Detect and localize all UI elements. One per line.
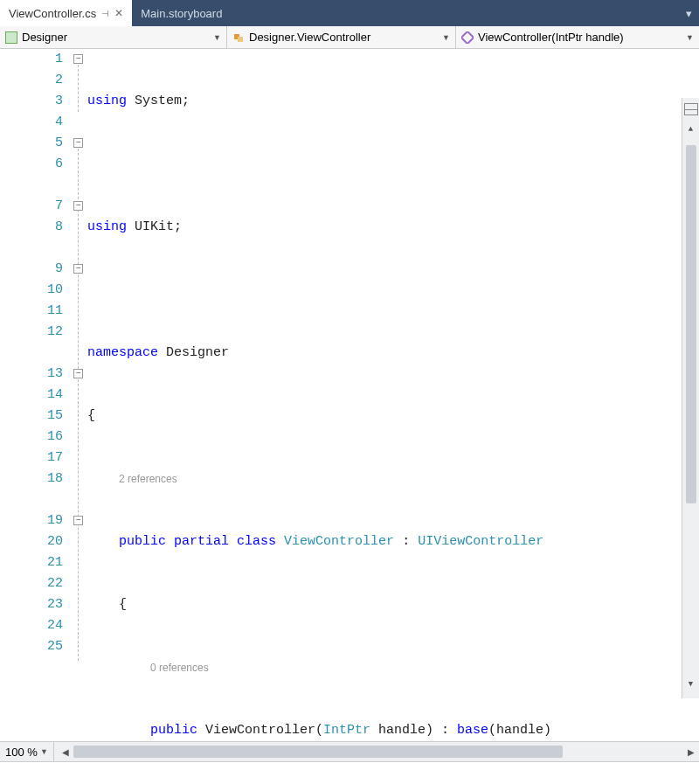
line-number: 22	[0, 573, 63, 594]
svg-rect-2	[461, 31, 474, 44]
line-number: 5	[0, 133, 63, 154]
line-number: 3	[0, 91, 63, 112]
class-icon	[232, 31, 245, 44]
tab-label: ViewController.cs	[9, 7, 96, 20]
scroll-left-arrow[interactable]: ◀	[58, 747, 73, 757]
nav-member-dropdown[interactable]: ViewController(IntPtr handle) ▼	[456, 26, 699, 48]
line-number: 13	[0, 364, 63, 385]
line-number: 24	[0, 615, 63, 636]
line-number: 14	[0, 385, 63, 406]
fold-toggle[interactable]: −	[73, 516, 83, 525]
line-number: 18	[0, 468, 63, 489]
codelens-references[interactable]: 0 references	[87, 657, 682, 678]
document-tab-bar: ViewController.cs ⊣ ✕ Main.storyboard ▾	[0, 0, 699, 26]
fold-line	[78, 149, 79, 661]
scroll-up-arrow[interactable]: ▲	[689, 115, 693, 143]
line-number: 1	[0, 49, 63, 70]
line-number: 8	[0, 217, 63, 238]
fold-toggle[interactable]: −	[73, 54, 83, 64]
tab-overflow-dropdown[interactable]: ▾	[678, 0, 699, 26]
nav-class-label: Designer.ViewController	[249, 31, 370, 44]
method-icon	[461, 31, 474, 44]
line-number: 25	[0, 636, 63, 657]
line-number: 21	[0, 552, 63, 573]
line-number: 23	[0, 594, 63, 615]
fold-line	[78, 65, 79, 112]
fold-toggle[interactable]: −	[73, 138, 83, 148]
line-number: 9	[0, 259, 63, 280]
fold-toggle[interactable]: −	[73, 201, 83, 211]
navigation-bar: Designer ▼ Designer.ViewController ▼ Vie…	[0, 26, 699, 49]
scroll-down-arrow[interactable]: ▼	[689, 670, 693, 698]
chevron-down-icon: ▼	[442, 33, 450, 42]
line-number: 6	[0, 154, 63, 175]
fold-toggle[interactable]: −	[73, 369, 83, 378]
line-number: 4	[0, 112, 63, 133]
vertical-scrollbar[interactable]: ▲ ▼	[682, 98, 699, 698]
codelens-references[interactable]: 2 references	[87, 468, 682, 489]
chevron-down-icon: ▾	[686, 7, 692, 20]
tab-bar-spacer	[231, 0, 678, 26]
horizontal-scrollbar[interactable]: ◀ ▶	[58, 744, 699, 760]
code-text-area[interactable]: using System; using UIKit; namespace Des…	[87, 49, 699, 741]
line-number: 7	[0, 196, 63, 217]
tab-label: Main.storyboard	[141, 7, 222, 20]
nav-project-label: Designer	[22, 31, 67, 44]
tab-viewcontroller[interactable]: ViewController.cs ⊣ ✕	[0, 0, 132, 26]
tab-storyboard[interactable]: Main.storyboard	[132, 0, 231, 26]
chevron-down-icon: ▼	[686, 33, 694, 42]
project-icon	[5, 31, 17, 44]
chevron-down-icon: ▼	[213, 33, 221, 42]
nav-class-dropdown[interactable]: Designer.ViewController ▼	[227, 26, 456, 48]
editor-bottom-bar: 100 % ▼ ◀ ▶	[0, 741, 699, 761]
footer-area	[0, 761, 699, 784]
close-icon[interactable]: ✕	[114, 7, 123, 19]
zoom-dropdown[interactable]: 100 % ▼	[0, 742, 54, 761]
svg-rect-1	[238, 37, 243, 42]
line-number: 17	[0, 448, 63, 468]
outlining-margin: − − − − − −	[72, 49, 87, 741]
line-number: 19	[0, 510, 63, 531]
code-editor[interactable]: 1 2 3 4 5 6 7 8 9 10 11 12 13 14 15 16 1…	[0, 49, 699, 741]
split-editor-icon[interactable]	[684, 103, 698, 115]
scroll-thumb[interactable]	[686, 145, 696, 503]
line-number: 20	[0, 531, 63, 552]
scroll-right-arrow[interactable]: ▶	[683, 747, 699, 757]
fold-toggle[interactable]: −	[73, 264, 83, 274]
line-number: 16	[0, 427, 63, 448]
line-number: 10	[0, 280, 63, 301]
chevron-down-icon: ▼	[40, 747, 48, 756]
scroll-track[interactable]	[73, 746, 683, 758]
scroll-track[interactable]	[686, 143, 696, 670]
zoom-value: 100 %	[5, 746, 38, 759]
nav-member-label: ViewController(IntPtr handle)	[478, 31, 624, 44]
line-number-gutter: 1 2 3 4 5 6 7 8 9 10 11 12 13 14 15 16 1…	[0, 49, 72, 741]
line-number: 2	[0, 70, 63, 91]
line-number: 11	[0, 301, 63, 322]
line-number: 12	[0, 322, 63, 343]
line-number: 15	[0, 406, 63, 427]
nav-project-dropdown[interactable]: Designer ▼	[0, 26, 227, 48]
scroll-thumb[interactable]	[73, 746, 563, 758]
pin-icon[interactable]: ⊣	[101, 9, 109, 18]
